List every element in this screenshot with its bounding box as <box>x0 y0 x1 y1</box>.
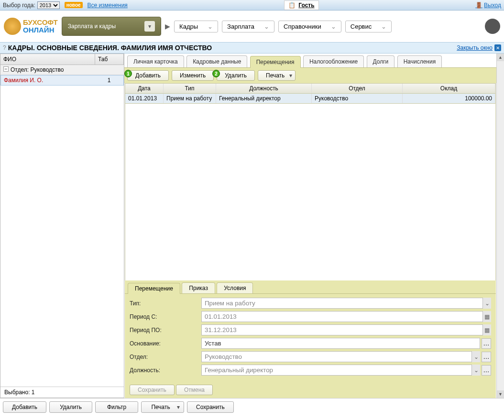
close-window-link[interactable]: Закрыть окно <box>457 44 493 51</box>
label-period-from: Период С: <box>130 313 201 320</box>
delete-button[interactable]: Удалить <box>217 70 255 81</box>
page-title: КАДРЫ. ОСНОВНЫЕ СВЕДЕНИЯ. ФАМИЛИЯ ИМЯ ОТ… <box>8 44 457 52</box>
breadcrumb-arrow-icon: ▶ <box>165 22 170 30</box>
calendar-icon: 📋 <box>288 2 296 9</box>
exit-link[interactable]: 🚪Выход <box>475 2 501 9</box>
position-picker-button[interactable]: … <box>482 365 491 376</box>
help-icon[interactable]: ? <box>3 44 6 51</box>
subtab-transfer[interactable]: Перемещение <box>128 283 180 294</box>
add-button[interactable]: Добавить <box>127 70 169 81</box>
col-position[interactable]: Должность <box>216 84 312 93</box>
topbar: Выбор года: 2013 новое Все изменения 📋 Г… <box>0 0 504 11</box>
menu-zarplata[interactable]: Зарплата⌄ <box>222 21 274 32</box>
scroll-down-icon[interactable]: ▼ <box>497 390 504 398</box>
calendar-icon[interactable]: ▦ <box>482 311 491 322</box>
subtab-order[interactable]: Приказ <box>182 282 215 293</box>
input-position[interactable] <box>201 365 480 376</box>
col-type[interactable]: Тип <box>164 84 216 93</box>
avatar[interactable] <box>485 19 500 34</box>
close-icon[interactable]: ✕ <box>494 44 501 51</box>
col-fio[interactable]: ФИО <box>0 54 95 65</box>
label-period-to: Период ПО: <box>130 327 201 334</box>
col-tab[interactable]: Таб <box>95 54 124 65</box>
new-badge: новое <box>65 2 83 8</box>
page-title-row: ? КАДРЫ. ОСНОВНЫЕ СВЕДЕНИЯ. ФАМИЛИЯ ИМЯ … <box>0 42 504 54</box>
col-date[interactable]: Дата <box>125 84 164 93</box>
main-tabs: Личная карточка Кадровые данные Перемеще… <box>124 54 496 68</box>
detail-subtabs: Перемещение Приказ Условия <box>125 280 496 293</box>
bottom-save-button[interactable]: Сохранить <box>187 401 234 413</box>
tab-taxation[interactable]: Налогообложение <box>303 55 364 67</box>
logo-text-2: ОНЛАЙН <box>23 26 58 34</box>
year-select[interactable]: 2013 <box>37 1 60 9</box>
chevron-down-icon: ▾ <box>144 21 155 32</box>
tab-accruals[interactable]: Начисления <box>397 55 442 67</box>
dept-row[interactable]: − Отдел: Руководство <box>0 65 124 75</box>
basis-picker-button[interactable]: … <box>482 338 491 349</box>
grid-empty-area <box>125 104 496 280</box>
scrollbar[interactable]: ▲ ▼ <box>496 54 504 398</box>
label-type: Тип: <box>130 300 201 307</box>
input-period-to[interactable] <box>201 324 491 335</box>
col-salary[interactable]: Оклад <box>403 84 495 93</box>
chevron-down-icon[interactable]: ⌄ <box>482 298 491 309</box>
input-type[interactable] <box>201 298 491 309</box>
employee-name: Фамилия И. О. <box>1 75 95 85</box>
input-basis[interactable] <box>201 338 480 349</box>
list-empty-area <box>0 86 124 387</box>
main-header: БУХСОФТ ОНЛАЙН Зарплата и кадры ▾ ▶ Кадр… <box>0 11 504 42</box>
input-dept[interactable] <box>201 351 480 362</box>
year-label: Выбор года: <box>3 2 35 9</box>
employee-row[interactable]: Фамилия И. О. 1 <box>0 75 124 86</box>
collapse-icon[interactable]: − <box>3 66 9 72</box>
guest-box: 📋 Гость <box>284 0 318 10</box>
menu-kadry[interactable]: Кадры⌄ <box>174 21 218 32</box>
logo[interactable]: БУХСОФТ ОНЛАЙН <box>4 18 58 35</box>
employee-list-panel: ФИО Таб − Отдел: Руководство Фамилия И. … <box>0 54 124 398</box>
module-selector[interactable]: Зарплата и кадры ▾ <box>62 17 161 36</box>
all-changes-link[interactable]: Все изменения <box>88 2 128 9</box>
selected-count: Выбрано: 1 <box>0 387 124 398</box>
tab-personal-card[interactable]: Личная карточка <box>127 55 184 67</box>
logo-icon <box>4 18 21 35</box>
tab-debts[interactable]: Долги <box>367 55 395 67</box>
form-cancel-button[interactable]: Отмена <box>176 385 213 395</box>
list-header: ФИО Таб <box>0 54 124 65</box>
employee-tab: 1 <box>95 75 123 85</box>
detail-form: Тип: ⌄ Период С: ▦ Период ПО: ▦ Основани… <box>125 293 496 382</box>
dept-picker-button[interactable]: … <box>482 352 491 362</box>
edit-button[interactable]: Изменить <box>172 70 214 81</box>
logo-text-1: БУХСОФТ <box>23 19 58 27</box>
input-period-from[interactable] <box>201 311 491 322</box>
form-save-button[interactable]: Сохранить <box>130 385 175 395</box>
bottom-filter-button[interactable]: Фильтр <box>95 401 138 413</box>
chevron-down-icon[interactable]: ⌄ <box>471 351 480 362</box>
exit-icon: 🚪 <box>475 2 482 9</box>
grid-toolbar: 1 Добавить Изменить 2 Удалить Печать <box>124 68 496 83</box>
guest-link[interactable]: Гость <box>298 2 314 9</box>
bottom-add-button[interactable]: Добавить <box>3 401 46 413</box>
scroll-up-icon[interactable]: ▲ <box>497 54 504 61</box>
bottom-delete-button[interactable]: Удалить <box>49 401 92 413</box>
label-dept: Отдел: <box>130 354 201 360</box>
print-button[interactable]: Печать <box>258 70 296 81</box>
workspace: ФИО Таб − Отдел: Руководство Фамилия И. … <box>0 54 504 398</box>
col-dept[interactable]: Отдел <box>312 84 403 93</box>
hint-pin-1: 1 <box>124 70 132 77</box>
transfers-grid: Дата Тип Должность Отдел Оклад 01.01.201… <box>125 83 496 104</box>
bottom-toolbar: Добавить Удалить Фильтр Печать Сохранить <box>0 398 504 416</box>
bottom-print-button[interactable]: Печать <box>141 401 184 413</box>
calendar-icon[interactable]: ▦ <box>482 324 491 335</box>
subtab-conditions[interactable]: Условия <box>217 282 253 293</box>
form-actions: Сохранить Отмена <box>125 382 496 398</box>
tab-transfers[interactable]: Перемещения <box>250 56 301 68</box>
grid-row[interactable]: 01.01.2013 Прием на работу Генеральный д… <box>125 94 495 103</box>
menu-servis[interactable]: Сервис⌄ <box>345 21 392 32</box>
hint-pin-2: 2 <box>212 70 220 77</box>
chevron-down-icon[interactable]: ⌄ <box>471 365 480 376</box>
tab-hr-data[interactable]: Кадровые данные <box>186 55 247 67</box>
label-position: Должность: <box>130 367 201 374</box>
label-basis: Основание: <box>130 340 201 347</box>
menu-spravochniki[interactable]: Справочники⌄ <box>278 21 341 32</box>
